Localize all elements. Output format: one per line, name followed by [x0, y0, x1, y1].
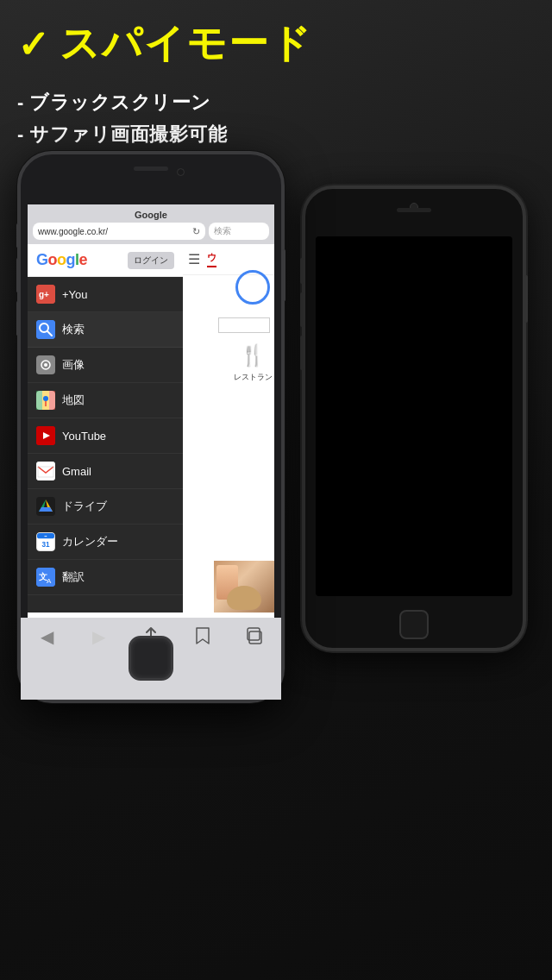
- bookmarks-icon: [193, 626, 212, 650]
- menu-item-calendar-label: カレンダー: [62, 534, 118, 550]
- search-placeholder: 検索: [214, 225, 231, 237]
- phone-back: [302, 185, 526, 651]
- url-text: www.google.co.kr/: [38, 227, 108, 236]
- safari-top-bar: Google www.google.co.kr/ ↻ 検索: [28, 204, 274, 244]
- menu-item-gplus[interactable]: g+ +You: [28, 277, 183, 312]
- menu-item-maps[interactable]: 地図: [28, 383, 183, 418]
- menu-item-maps-label: 地図: [62, 393, 85, 408]
- svg-text:▪▪: ▪▪: [44, 534, 47, 538]
- back-button[interactable]: ◀: [29, 626, 64, 647]
- forward-icon: ▶: [92, 626, 105, 647]
- gmail-menu-icon: [36, 462, 55, 481]
- search-input[interactable]: 検索: [209, 223, 269, 240]
- drive-menu-icon: [36, 497, 55, 516]
- search-menu-icon: [36, 320, 55, 339]
- restaurant-label: レストラン: [234, 372, 273, 383]
- phone-front: Google www.google.co.kr/ ↻ 検索 Google: [17, 151, 285, 703]
- search-box: [218, 317, 270, 333]
- images-menu-icon: [36, 355, 55, 374]
- svg-rect-15: [36, 462, 55, 481]
- blue-circle: [235, 270, 270, 305]
- subtitle-list: - ブラックスクリーン - サファリ画面撮影可能: [17, 86, 535, 151]
- spy-mode-label: スパイモード: [60, 17, 312, 71]
- reload-icon[interactable]: ↻: [192, 226, 200, 237]
- gplus-icon: g+: [36, 285, 55, 304]
- right-panel: ☰ ウ 🍴 レストラン: [183, 244, 274, 612]
- back-phone-home: [399, 610, 429, 639]
- calendar-menu-icon: 31 ▪▪: [36, 532, 55, 551]
- back-phone-speaker: [397, 208, 431, 212]
- svg-rect-11: [49, 391, 55, 410]
- menu-item-drive-label: ドライブ: [62, 499, 107, 514]
- browser-content: Google ログイン g+ +You: [28, 244, 274, 612]
- tabs-button[interactable]: [238, 626, 273, 650]
- svg-text:A: A: [47, 577, 52, 585]
- front-phone-speaker: [134, 166, 168, 171]
- hamburger-icon[interactable]: ☰: [188, 251, 200, 267]
- checkmark-icon: ✓: [17, 22, 51, 66]
- back-phone-screen: [316, 236, 512, 596]
- menu-item-search[interactable]: 検索: [28, 312, 183, 348]
- restaurant-icon: 🍴: [240, 343, 266, 368]
- bookmarks-button[interactable]: [185, 626, 220, 650]
- google-header-row: Google ログイン: [28, 244, 183, 277]
- menu-item-translate-label: 翻訳: [62, 569, 85, 585]
- svg-rect-9: [36, 391, 42, 410]
- spy-mode-title: ✓ スパイモード: [17, 17, 535, 71]
- browser-screen: Google www.google.co.kr/ ↻ 検索 Google: [28, 204, 274, 618]
- login-button[interactable]: ログイン: [128, 252, 174, 269]
- right-tab-label[interactable]: ウ: [207, 251, 216, 267]
- url-input[interactable]: www.google.co.kr/ ↻: [33, 223, 205, 240]
- menu-item-youtube[interactable]: YouTube: [28, 418, 183, 454]
- bullet-safari-capture: - サファリ画面撮影可能: [17, 118, 535, 150]
- header-area: ✓ スパイモード - ブラックスクリーン - サファリ画面撮影可能: [17, 17, 535, 151]
- front-phone-camera: [177, 168, 185, 176]
- tabs-icon: [246, 626, 265, 650]
- thumbnail-image: [214, 561, 274, 612]
- google-dropdown-menu: Google ログイン g+ +You: [28, 244, 183, 612]
- google-logo: Google: [36, 251, 87, 269]
- menu-item-translate[interactable]: 文 A 翻訳: [28, 560, 183, 595]
- menu-item-images-label: 画像: [62, 357, 85, 373]
- menu-item-search-label: 検索: [62, 322, 85, 337]
- home-button[interactable]: [129, 636, 173, 681]
- safari-url-bar[interactable]: www.google.co.kr/ ↻ 検索: [33, 223, 269, 244]
- back-icon: ◀: [41, 626, 53, 647]
- right-top-bar: ☰ ウ: [183, 244, 274, 275]
- menu-item-youtube-label: YouTube: [62, 430, 106, 443]
- translate-menu-icon: 文 A: [36, 568, 55, 587]
- svg-text:g+: g+: [39, 290, 49, 299]
- svg-point-7: [44, 363, 47, 367]
- maps-menu-icon: [36, 391, 55, 410]
- svg-rect-17: [36, 497, 55, 516]
- menu-item-gplus-label: +You: [62, 288, 88, 301]
- menu-item-images[interactable]: 画像: [28, 348, 183, 383]
- svg-point-12: [43, 396, 48, 401]
- safari-title: Google: [33, 210, 269, 223]
- bullet-black-screen: - ブラックスクリーン: [17, 86, 535, 118]
- forward-button[interactable]: ▶: [82, 626, 116, 647]
- menu-item-drive[interactable]: ドライブ: [28, 489, 183, 525]
- menu-item-calendar[interactable]: 31 ▪▪ カレンダー: [28, 525, 183, 560]
- youtube-menu-icon: [36, 426, 55, 445]
- svg-text:31: 31: [41, 541, 50, 549]
- menu-item-gmail[interactable]: Gmail: [28, 454, 183, 489]
- menu-item-gmail-label: Gmail: [62, 465, 91, 478]
